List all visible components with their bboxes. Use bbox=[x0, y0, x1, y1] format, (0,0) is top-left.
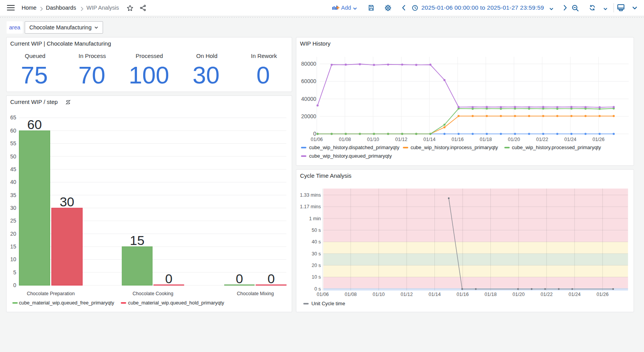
svg-text:0: 0 bbox=[13, 282, 16, 288]
svg-text:30 s: 30 s bbox=[312, 251, 321, 257]
svg-text:10 s: 10 s bbox=[312, 274, 321, 280]
svg-text:01/20: 01/20 bbox=[512, 292, 524, 297]
svg-text:1.33 mins: 1.33 mins bbox=[300, 192, 321, 198]
svg-text:15: 15 bbox=[130, 233, 145, 248]
svg-text:1.17 mins: 1.17 mins bbox=[300, 204, 321, 209]
svg-text:30: 30 bbox=[60, 194, 74, 209]
svg-text:50 s: 50 s bbox=[312, 228, 321, 233]
svg-text:01/24: 01/24 bbox=[568, 292, 580, 297]
svg-text:Chocolate Cooking: Chocolate Cooking bbox=[133, 291, 174, 296]
svg-text:20: 20 bbox=[10, 231, 17, 237]
svg-text:0 s: 0 s bbox=[314, 286, 321, 292]
svg-text:01/20: 01/20 bbox=[508, 137, 520, 142]
svg-text:60000: 60000 bbox=[301, 78, 316, 84]
svg-text:01/10: 01/10 bbox=[367, 137, 379, 142]
svg-text:5: 5 bbox=[13, 269, 16, 275]
svg-text:15: 15 bbox=[10, 243, 17, 250]
svg-text:10: 10 bbox=[10, 256, 17, 262]
svg-text:55: 55 bbox=[10, 140, 17, 146]
svg-text:01/12: 01/12 bbox=[395, 137, 407, 142]
svg-text:Chocolate Preparation: Chocolate Preparation bbox=[27, 291, 74, 296]
svg-text:01/26: 01/26 bbox=[592, 137, 604, 142]
svg-text:35: 35 bbox=[10, 192, 17, 198]
svg-text:25: 25 bbox=[10, 218, 17, 224]
svg-text:0: 0 bbox=[165, 271, 172, 286]
svg-text:65: 65 bbox=[10, 114, 17, 121]
svg-text:01/14: 01/14 bbox=[423, 137, 435, 142]
svg-text:0: 0 bbox=[236, 271, 243, 286]
svg-text:1 min: 1 min bbox=[309, 216, 321, 221]
svg-text:40 s: 40 s bbox=[312, 239, 321, 245]
svg-text:20 s: 20 s bbox=[312, 263, 321, 268]
svg-text:01/26: 01/26 bbox=[597, 292, 609, 297]
svg-text:0: 0 bbox=[313, 131, 316, 137]
svg-text:01/22: 01/22 bbox=[541, 292, 553, 297]
svg-text:01/22: 01/22 bbox=[536, 137, 548, 142]
svg-text:01/08: 01/08 bbox=[345, 292, 357, 297]
svg-text:01/06: 01/06 bbox=[311, 137, 323, 142]
svg-text:0: 0 bbox=[267, 271, 275, 286]
svg-text:01/24: 01/24 bbox=[564, 137, 576, 142]
svg-text:01/10: 01/10 bbox=[373, 292, 385, 297]
svg-text:60: 60 bbox=[10, 128, 17, 134]
svg-text:01/16: 01/16 bbox=[451, 137, 463, 142]
svg-text:60: 60 bbox=[27, 117, 42, 132]
svg-text:50: 50 bbox=[10, 153, 17, 160]
svg-text:01/12: 01/12 bbox=[401, 292, 412, 297]
svg-text:01/08: 01/08 bbox=[339, 137, 351, 142]
svg-text:45: 45 bbox=[10, 166, 17, 172]
svg-text:40: 40 bbox=[10, 179, 17, 185]
svg-text:40000: 40000 bbox=[301, 96, 316, 102]
svg-text:Chocolate Mixing: Chocolate Mixing bbox=[237, 291, 274, 296]
svg-text:30: 30 bbox=[10, 205, 17, 211]
svg-text:01/18: 01/18 bbox=[480, 137, 492, 142]
svg-text:01/16: 01/16 bbox=[456, 292, 468, 297]
svg-text:01/18: 01/18 bbox=[485, 292, 497, 297]
svg-text:20000: 20000 bbox=[301, 113, 316, 119]
svg-text:80000: 80000 bbox=[301, 61, 316, 67]
svg-text:01/06: 01/06 bbox=[317, 292, 329, 297]
svg-text:01/14: 01/14 bbox=[429, 292, 441, 297]
